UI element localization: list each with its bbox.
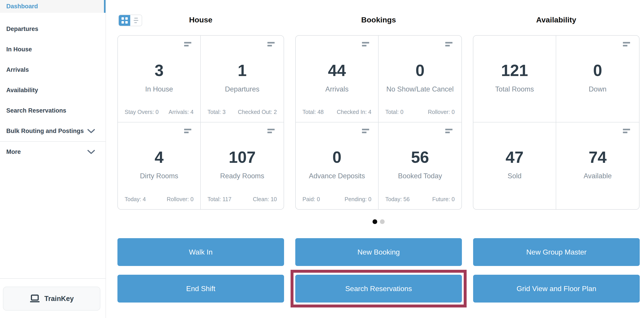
stat-footnote-left: Today: 4 <box>124 196 146 202</box>
stat-label: Sold <box>473 172 556 180</box>
sidebar-item-more[interactable]: More <box>0 142 106 162</box>
dashboard-screen: Dashboard Departures In House Arrivals A… <box>0 0 644 318</box>
sidebar-item-bulk-routing[interactable]: Bulk Routing and Postings <box>0 121 106 141</box>
sidebar-item-search-reservations[interactable]: Search Reservations <box>0 101 106 121</box>
stat-value: 0 <box>556 61 639 80</box>
stat-value: 44 <box>296 61 378 80</box>
stat-value: 74 <box>556 148 639 167</box>
trainkey-button[interactable]: TrainKey <box>3 287 100 311</box>
section-title-house: House <box>118 14 284 25</box>
menu-bars-icon[interactable] <box>445 129 452 133</box>
menu-bars-icon[interactable] <box>268 42 274 46</box>
stat-card-dirty-rooms[interactable]: 4 Dirty Rooms Today: 4 Rollover: 0 <box>118 123 201 209</box>
stat-footnote-right: Rollover: 0 <box>167 196 194 202</box>
stat-label: Departures <box>201 85 284 94</box>
stat-label: No Show/Late Cancel <box>378 85 462 94</box>
carousel-pagination <box>295 219 462 224</box>
sidebar-footer-divider <box>0 278 106 279</box>
menu-bars-icon[interactable] <box>623 42 630 46</box>
stat-value: 56 <box>378 148 462 167</box>
sidebar-item-dashboard[interactable]: Dashboard <box>0 0 106 13</box>
grid-view-floor-plan-button[interactable]: Grid View and Floor Plan <box>473 275 640 303</box>
stat-footnote-right: Arrivals: 4 <box>169 109 194 115</box>
menu-bars-icon[interactable] <box>445 42 452 46</box>
sidebar-item-availability[interactable]: Availability <box>0 80 106 101</box>
stat-value: 47 <box>473 148 556 167</box>
stat-card-advance-deposits[interactable]: 0 Advance Deposits Paid: 0 Pending: 0 <box>296 123 378 209</box>
stat-card-total-rooms[interactable]: 121 Total Rooms <box>473 36 556 123</box>
chevron-down-icon <box>87 129 95 134</box>
sidebar: Dashboard Departures In House Arrivals A… <box>0 0 106 318</box>
stat-value: 3 <box>118 61 200 80</box>
pagination-dot-1[interactable] <box>372 219 377 224</box>
active-item-indicator <box>104 0 106 13</box>
stat-footnote-left: Today: 56 <box>385 196 410 202</box>
stat-card-ready-rooms[interactable]: 107 Ready Rooms Total: 117 Clean: 10 <box>201 123 284 209</box>
sidebar-item-departures[interactable]: Departures <box>0 19 106 39</box>
menu-bars-icon[interactable] <box>184 129 191 133</box>
sidebar-item-label: Search Reservations <box>6 107 66 114</box>
menu-bars-icon[interactable] <box>623 129 630 133</box>
stat-footnote-left: Total: 117 <box>208 196 232 202</box>
stat-label: Booked Today <box>378 172 462 180</box>
stat-footnote-right: Rollover: 0 <box>428 109 455 115</box>
walk-in-button[interactable]: Walk In <box>118 238 284 266</box>
stat-footnote-right: Checked Out: 2 <box>238 109 277 115</box>
stat-footnote-right: Future: 0 <box>432 196 455 202</box>
stat-label: Ready Rooms <box>201 172 284 180</box>
stat-footnote-left: Paid: 0 <box>302 196 320 202</box>
sidebar-item-arrivals[interactable]: Arrivals <box>0 60 106 80</box>
sidebar-item-label: Bulk Routing and Postings <box>6 128 84 135</box>
menu-bars-icon[interactable] <box>362 129 369 133</box>
stat-card-booked-today[interactable]: 56 Booked Today Today: 56 Future: 0 <box>378 123 462 209</box>
stat-card-arrivals[interactable]: 44 Arrivals Total: 48 Checked In: 4 <box>296 36 378 123</box>
sidebar-item-label: In House <box>6 46 32 53</box>
highlighted-button-wrap: Search Reservations <box>295 275 462 303</box>
stat-value: 4 <box>118 148 200 167</box>
bookings-card-group: 44 Arrivals Total: 48 Checked In: 4 0 No… <box>295 35 462 210</box>
stat-card-departures[interactable]: 1 Departures Total: 3 Checked Out: 2 <box>201 36 284 123</box>
stat-card-available[interactable]: 74 Available <box>556 123 639 209</box>
stat-value: 0 <box>378 61 462 80</box>
menu-bars-icon[interactable] <box>184 42 191 46</box>
stat-footnote-right: Clean: 10 <box>253 196 277 202</box>
menu-bars-icon[interactable] <box>362 42 369 46</box>
stat-label: In House <box>118 85 200 94</box>
stat-card-no-show[interactable]: 0 No Show/Late Cancel Total: 0 Rollover:… <box>378 36 462 123</box>
section-title-availability: Availability <box>473 14 640 25</box>
sidebar-item-label: Arrivals <box>6 66 29 73</box>
stat-value: 1 <box>201 61 284 80</box>
sidebar-item-label: Departures <box>6 25 38 32</box>
pagination-dot-2[interactable] <box>380 219 385 224</box>
end-shift-button[interactable]: End Shift <box>118 275 284 303</box>
stat-card-sold[interactable]: 47 Sold <box>473 123 556 209</box>
search-reservations-button[interactable]: Search Reservations <box>295 275 462 303</box>
chevron-down-icon <box>87 150 95 155</box>
stat-label: Arrivals <box>296 85 378 94</box>
new-group-master-button[interactable]: New Group Master <box>473 238 640 266</box>
stat-footnote-left: Stay Overs: 0 <box>124 109 158 115</box>
sidebar-item-in-house[interactable]: In House <box>0 39 106 60</box>
stat-label: Advance Deposits <box>296 172 378 180</box>
trainkey-label: TrainKey <box>44 295 74 303</box>
stat-label: Dirty Rooms <box>118 172 200 180</box>
stat-footnote-left: Total: 0 <box>385 109 404 115</box>
sidebar-item-label: More <box>6 149 21 156</box>
stat-footnote-right: Pending: 0 <box>344 196 372 202</box>
house-card-group: 3 In House Stay Overs: 0 Arrivals: 4 1 D… <box>118 35 284 210</box>
stat-footnote-left: Total: 48 <box>302 109 324 115</box>
new-booking-button[interactable]: New Booking <box>295 238 462 266</box>
stat-label: Available <box>556 172 639 180</box>
section-title-bookings: Bookings <box>295 14 462 25</box>
stat-card-down[interactable]: 0 Down <box>556 36 639 123</box>
availability-card-group: 121 Total Rooms 0 Down 47 Sold 74 Availa… <box>473 35 640 210</box>
laptop-icon <box>30 295 40 303</box>
stat-footnote-right: Checked In: 4 <box>337 109 372 115</box>
stat-value: 0 <box>296 148 378 167</box>
stat-value: 107 <box>201 148 284 167</box>
menu-bars-icon[interactable] <box>268 129 274 133</box>
stat-card-in-house[interactable]: 3 In House Stay Overs: 0 Arrivals: 4 <box>118 36 201 123</box>
sidebar-item-label: Dashboard <box>6 3 38 10</box>
stat-label: Total Rooms <box>473 85 556 94</box>
stat-label: Down <box>556 85 639 94</box>
